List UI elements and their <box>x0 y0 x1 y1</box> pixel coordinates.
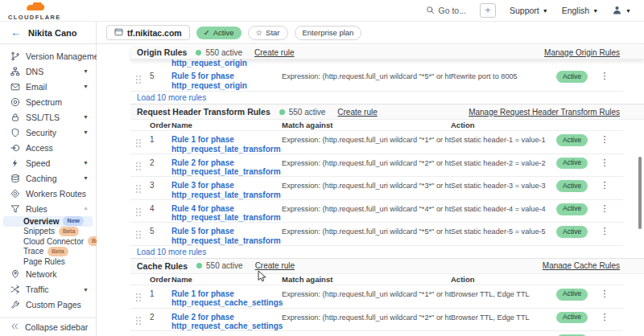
active-dot <box>196 263 202 268</box>
sidebar-item-label: Rules <box>26 204 77 214</box>
rule-name-link[interactable]: Rule 4 for phasehttp_request_late_transf… <box>171 204 282 223</box>
star-zone-button[interactable]: ☆ Star <box>248 26 288 40</box>
sidebar-item-security[interactable]: Security ▼ <box>0 125 96 140</box>
sidebar-item-rules-snippets[interactable]: Snippets Beta <box>3 227 93 237</box>
origin-rules-header: Origin Rules 550 active Create rule Mana… <box>130 46 644 59</box>
top-navigation-bar: CLOUDFLARE Go to... + Support ▼ English … <box>0 0 644 22</box>
back-arrow-icon[interactable]: ← <box>10 27 21 39</box>
create-rule-link[interactable]: Create rule <box>254 48 294 57</box>
load-more-transform-rules[interactable]: Load 10 more rules <box>130 246 644 259</box>
rule-name-link[interactable]: Rule 5 for phasehttp_request_late_transf… <box>171 227 282 245</box>
drag-handle[interactable] <box>135 181 143 197</box>
rule-name-line1: Rule 2 for phase <box>171 313 234 322</box>
kebab-menu-icon[interactable]: ⋮ <box>597 158 613 166</box>
rule-action: Set static header-1 = value-1 <box>451 135 556 144</box>
drag-handle[interactable] <box>135 227 143 243</box>
create-rule-link[interactable]: Create rule <box>255 261 295 270</box>
chevron-down-icon: ▼ <box>83 287 89 293</box>
zone-selector[interactable]: tf.nikitac.com <box>106 25 190 40</box>
column-name: Name <box>171 275 282 284</box>
kebab-menu-icon[interactable]: ⋮ <box>597 72 613 80</box>
sidebar-item-email[interactable]: Email ▼ <box>0 79 96 94</box>
drag-handle[interactable] <box>135 289 143 305</box>
rule-action: Rewrite port to 8005 <box>451 72 556 80</box>
sidebar-item-access[interactable]: Access <box>0 140 96 155</box>
cloudflare-logo[interactable]: CLOUDFLARE <box>8 1 61 21</box>
sidebar-item-ssl-tls[interactable]: SSL/TLS ▼ <box>0 109 96 125</box>
chevron-down-icon: ▼ <box>83 68 89 74</box>
drag-handle[interactable] <box>135 204 143 220</box>
column-name: Name <box>171 121 282 129</box>
kebab-menu-icon[interactable]: ⋮ <box>597 181 613 189</box>
section-title: Cache Rules <box>137 261 188 271</box>
sidebar-item-rules-trace[interactable]: Trace Beta <box>3 247 93 257</box>
sidebar-item-traffic[interactable]: Traffic ▼ <box>0 282 96 297</box>
active-count: 550 active <box>289 108 326 117</box>
drag-handle[interactable] <box>135 313 143 329</box>
zone-name: tf.nikitac.com <box>127 28 182 38</box>
manage-origin-rules-link[interactable]: Manage Origin Rules <box>544 48 620 57</box>
manage-request-header-transform-rules-link[interactable]: Manage Request Header Transform Rules <box>469 108 620 117</box>
lightning-icon <box>10 158 20 168</box>
sidebar-item-label: Workers Routes <box>26 189 89 199</box>
rule-name-link[interactable]: Rule 5 for phasehttp_request_origin <box>171 72 282 90</box>
rule-order: 1 <box>150 135 171 144</box>
load-more-origin-rules[interactable]: Load 10 more rules <box>130 92 644 104</box>
sidebar-item-rules[interactable]: Rules ▼ <box>0 201 96 216</box>
kebab-menu-icon[interactable]: ⋮ <box>597 135 613 143</box>
rule-match-expression: Expression: (http.request.full_uri wildc… <box>282 289 451 298</box>
rule-name-link[interactable]: Rule 1 for phasehttp_request_cache_setti… <box>171 289 282 308</box>
language-menu[interactable]: English ▼ <box>562 6 598 15</box>
kebab-menu-icon[interactable]: ⋮ <box>597 204 613 212</box>
sidebar-item-rules-page-rules[interactable]: Page Rules <box>3 256 93 267</box>
collapse-sidebar-button[interactable]: Collapse sidebar <box>0 318 96 336</box>
sidebar-item-rules-overview[interactable]: Overview New <box>3 216 93 227</box>
shield-icon <box>10 127 20 137</box>
access-icon <box>10 142 20 153</box>
rule-name-line2: http_request_origin <box>171 81 247 90</box>
drag-handle[interactable] <box>135 72 143 88</box>
kebab-menu-icon[interactable]: ⋮ <box>597 227 613 235</box>
beta-badge: Beta <box>59 227 79 236</box>
sidebar-item-spectrum[interactable]: Spectrum <box>0 94 96 109</box>
sidebar-item-caching[interactable]: Caching ▼ <box>0 170 96 186</box>
support-label: Support <box>510 6 539 15</box>
vertical-scrollbar[interactable] <box>638 157 642 229</box>
user-icon <box>612 5 622 17</box>
status-badge: Active <box>556 180 588 192</box>
sidebar-item-custom-pages[interactable]: Custom Pages <box>0 297 96 313</box>
rule-name-link[interactable]: Rule 3 for phasehttp_request_late_transf… <box>171 181 282 199</box>
table-header: Order Name Match against Action <box>130 120 623 131</box>
support-menu[interactable]: Support ▼ <box>510 6 548 15</box>
wrench-icon <box>10 300 20 310</box>
sidebar-item-network[interactable]: Network <box>0 267 96 282</box>
rule-match-expression: Expression: (http.request.full_uri wildc… <box>282 135 451 144</box>
global-search[interactable]: Go to... <box>426 6 466 16</box>
rule-name-link[interactable]: Rule 1 for phasehttp_request_late_transf… <box>171 135 282 154</box>
sidebar-item-speed[interactable]: Speed ▼ <box>0 155 96 170</box>
add-site-button[interactable]: + <box>480 3 496 18</box>
account-name: Nikita Cano <box>28 28 77 38</box>
section-title: Origin Rules <box>137 47 187 57</box>
search-label: Go to... <box>439 6 466 15</box>
sidebar-item-label: Version Management <box>26 51 105 61</box>
rule-name-link[interactable]: Rule 2 for phasehttp_request_late_transf… <box>171 158 282 177</box>
sidebar-item-dns[interactable]: DNS ▼ <box>0 64 96 79</box>
rule-name-link[interactable]: Rule 2 for phasehttp_request_cache_setti… <box>171 313 282 331</box>
drag-handle[interactable] <box>135 135 143 151</box>
transform-rule-row-2: 2 Rule 2 for phasehttp_request_late_tran… <box>130 154 623 178</box>
search-icon <box>426 6 435 16</box>
rule-name-line2: http_request_late_transform <box>171 145 281 154</box>
create-rule-link[interactable]: Create rule <box>337 108 377 117</box>
kebab-menu-icon[interactable]: ⋮ <box>597 313 613 321</box>
account-bar: ← Nikita Cano tf.nikitac.com ✓ Active ☆ … <box>0 22 644 44</box>
user-menu[interactable]: ▼ <box>612 5 631 17</box>
kebab-menu-icon[interactable]: ⋮ <box>597 289 613 297</box>
sidebar-item-version-management[interactable]: Version Management <box>0 48 96 64</box>
drag-handle[interactable] <box>135 158 143 174</box>
sidebar-item-rules-cloud-connector[interactable]: Cloud Connector Beta <box>3 236 93 247</box>
sidebar-item-workers-routes[interactable]: Workers Routes <box>0 186 96 201</box>
rule-name-link[interactable]: http_request_origin <box>171 59 247 68</box>
manage-cache-rules-link[interactable]: Manage Cache Rules <box>543 261 620 270</box>
active-count: 550 active <box>205 48 242 57</box>
